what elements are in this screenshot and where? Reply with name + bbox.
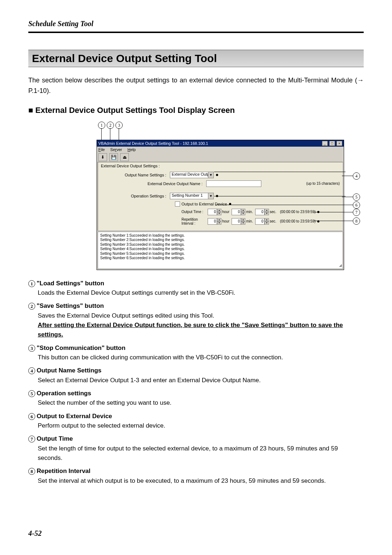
status-line: Setting Number 3:Succeeded in loading th… — [100, 242, 340, 247]
def-title-6: Output to External Device — [37, 413, 112, 420]
def-body-3: This button can be clicked during commun… — [38, 353, 364, 362]
subsection-text: External Device Output Settings Tool Dis… — [35, 106, 235, 115]
operation-label: Operation Settings : — [101, 194, 170, 198]
output-name-field-label: External Device Output Name : — [101, 181, 206, 186]
unit-sec: sec. — [270, 210, 276, 214]
output-time-hour[interactable]: 0▲▼ — [208, 209, 221, 215]
callout-8: 8 — [353, 217, 360, 225]
output-time-row: Output Time : 0▲▼ hour 0▲▼ min. 0▲▼ sec.… — [101, 209, 340, 215]
output-to-device-row: Output to External Device 6 — [101, 201, 340, 207]
minimize-button[interactable]: _ — [322, 141, 328, 146]
unit-hour: hour — [222, 210, 229, 214]
def-2: 2"Save Settings" button Saves the Extern… — [28, 301, 364, 339]
dropdown-arrow-icon: ▼ — [208, 193, 213, 199]
def-7: 7Output Time Set the length of time for … — [28, 434, 364, 463]
section-title-text: External Device Output Setting Tool — [32, 52, 360, 65]
output-time-range: (00:00:00 to 23:59:59) — [280, 210, 315, 214]
callout-5: 5 — [353, 193, 360, 201]
def-num-1: 1 — [28, 280, 35, 287]
callout-4: 4 — [353, 172, 360, 180]
output-time-sec[interactable]: 0▲▼ — [255, 209, 269, 215]
screenshot-figure: 1 2 3 VBAdmin External Device Output Set… — [58, 122, 334, 270]
def-title-2: "Save Settings" button — [37, 302, 104, 309]
callout-5-line: 5 — [342, 193, 360, 201]
repetition-hour[interactable]: 0▲▼ — [208, 218, 221, 225]
menubar: FFileile Server Help — [97, 147, 344, 152]
unit-sec: sec. — [270, 219, 276, 223]
definitions-list: 1"Load Settings" button Loads the Extern… — [28, 279, 364, 486]
callout-7: 7 — [353, 209, 360, 216]
def-title-7: Output Time — [37, 435, 73, 442]
status-line: Setting Number 6:Succeeded in loading th… — [100, 256, 340, 261]
close-button[interactable]: × — [336, 141, 342, 146]
def-1: 1"Load Settings" button Loads the Extern… — [28, 279, 364, 298]
output-time-min[interactable]: 0▲▼ — [232, 209, 245, 215]
repetition-label: Repetition Interval : — [181, 217, 208, 225]
def-body-6: Perform output to the selected external … — [38, 421, 364, 430]
unit-min: min. — [246, 210, 253, 214]
repetition-sec[interactable]: 0▲▼ — [255, 218, 269, 225]
repetition-range: (00:00:00 to 23:59:59) — [280, 219, 315, 223]
load-settings-button[interactable]: ⬇ — [98, 153, 107, 161]
callout-3: 3 — [115, 122, 123, 129]
maximize-button[interactable]: □ — [329, 141, 335, 146]
repetition-min[interactable]: 0▲▼ — [232, 218, 245, 225]
def-num-5: 5 — [28, 390, 35, 397]
def-body-8: Set the interval at which output is to b… — [38, 476, 364, 486]
dropdown-arrow-icon: ▼ — [208, 172, 213, 178]
def-title-5: Operation settings — [37, 390, 91, 397]
menu-help[interactable]: Help — [127, 147, 136, 152]
callout-6: 6 — [353, 201, 360, 209]
def-4: 4Output Name Settings Select an External… — [28, 366, 364, 385]
top-callouts: 1 2 3 — [98, 122, 334, 140]
page-number: 4-52 — [28, 529, 364, 538]
callout-dot-4 — [216, 174, 218, 176]
callout-line-3 — [119, 128, 119, 140]
callout-5-hline — [214, 196, 346, 196]
callout-6-line: 6 — [342, 201, 360, 209]
intro-paragraph: The section below describes the output s… — [28, 75, 364, 96]
unit-min: min. — [246, 219, 253, 223]
callout-2: 2 — [107, 122, 114, 129]
menu-file[interactable]: FFileile — [98, 147, 105, 152]
callout-8-line: 8 — [342, 217, 360, 225]
save-settings-button[interactable]: 💾 — [109, 153, 118, 161]
square-bullet-icon: ■ — [28, 106, 33, 115]
stop-communication-button[interactable]: ⏏ — [120, 153, 129, 161]
titlebar-text: VBAdmin External Device Output Setting T… — [98, 141, 208, 146]
status-box: Setting Number 1:Succeeded in loading th… — [98, 232, 343, 269]
status-line: Setting Number 5:Succeeded in loading th… — [100, 252, 340, 256]
status-line: Setting Number 4:Succeeded in loading th… — [100, 247, 340, 252]
def-body-2-emph: After setting the External Device Output… — [38, 321, 364, 340]
callout-7-line: 7 — [342, 209, 360, 216]
unit-hour: hour — [222, 219, 229, 223]
output-name-hint: (up to 15 characters) — [306, 181, 340, 185]
output-name-label: Output Name Settings : — [101, 173, 170, 177]
callout-line-2 — [110, 128, 110, 140]
menu-server[interactable]: Server — [110, 147, 122, 152]
callout-4-line: 4 — [342, 172, 360, 180]
output-to-device-label: Output to External Device — [181, 202, 227, 206]
output-name-value: External Device Output1 — [170, 172, 208, 178]
def-num-2: 2 — [28, 303, 35, 310]
output-name-input[interactable] — [206, 180, 261, 187]
output-name-row: Output Name Settings : External Device O… — [101, 172, 340, 178]
titlebar: VBAdmin External Device Output Setting T… — [97, 140, 344, 147]
def-8: 8Repetition Interval Set the interval at… — [28, 466, 364, 486]
def-title-1: "Load Settings" button — [37, 280, 104, 287]
def-num-6: 6 — [28, 413, 35, 420]
output-to-device-checkbox[interactable] — [175, 201, 180, 207]
def-title-3: "Stop Communication" button — [37, 344, 126, 351]
status-line: Setting Number 1:Succeeded in loading th… — [100, 233, 340, 238]
output-name-dropdown[interactable]: External Device Output1 ▼ — [170, 172, 214, 178]
output-time-label: Output Time : — [181, 210, 208, 214]
def-body-4: Select an External Device Output 1-3 and… — [38, 376, 364, 385]
def-num-8: 8 — [28, 468, 35, 475]
callout-8-hline — [314, 221, 346, 221]
operation-value: Setting Number 1 — [170, 193, 208, 199]
def-body-7: Set the length of time for output to the… — [38, 444, 364, 463]
output-name-field-row: External Device Output Name : (up to 15 … — [101, 180, 340, 187]
def-num-7: 7 — [28, 436, 35, 442]
operation-dropdown[interactable]: Setting Number 1 ▼ — [170, 193, 214, 199]
def-title-8: Repetition Interval — [37, 468, 90, 474]
